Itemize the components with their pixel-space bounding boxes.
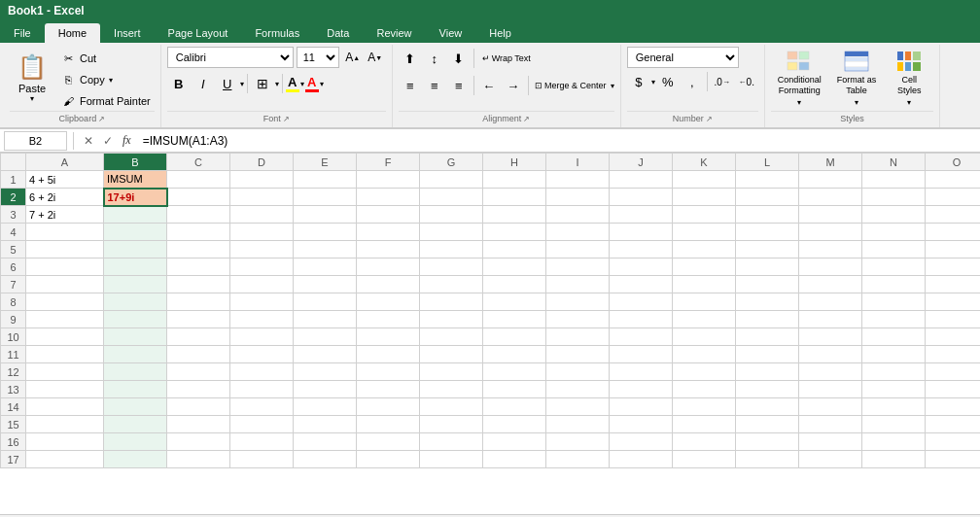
tab-home[interactable]: Home (45, 23, 100, 43)
cell-J13[interactable] (610, 381, 673, 398)
cell-A4[interactable] (26, 224, 104, 241)
cell-D14[interactable] (230, 398, 294, 416)
cell-A8[interactable] (26, 293, 104, 311)
cell-C13[interactable] (167, 381, 230, 398)
cell-E3[interactable] (294, 206, 357, 224)
cell-K10[interactable] (673, 328, 736, 346)
increase-decimal-button[interactable]: .0→ (711, 70, 734, 93)
borders-dropdown[interactable]: ▾ (275, 80, 279, 88)
cell-N1[interactable] (862, 171, 926, 189)
cell-L1[interactable] (736, 171, 799, 189)
row-header-4[interactable]: 4 (1, 224, 26, 241)
row-header-8[interactable]: 8 (1, 293, 26, 311)
cell-F15[interactable] (357, 416, 420, 433)
merge-center-button[interactable]: ⊡ Merge & Center (532, 74, 610, 97)
cell-H1[interactable] (483, 171, 546, 189)
underline-dropdown[interactable]: ▾ (240, 80, 244, 88)
row-header-10[interactable]: 10 (1, 328, 26, 346)
cell-E1[interactable] (294, 171, 357, 189)
cell-L3[interactable] (736, 206, 799, 224)
cell-G5[interactable] (420, 241, 483, 258)
cell-E13[interactable] (294, 381, 357, 398)
fill-dropdown[interactable]: ▾ (300, 80, 304, 88)
cancel-formula-button[interactable]: ✕ (80, 132, 97, 150)
format-as-table-button[interactable]: Format asTable ▾ (830, 47, 884, 110)
cell-J16[interactable] (610, 433, 673, 451)
cell-D6[interactable] (230, 258, 294, 276)
formula-input[interactable] (139, 131, 976, 151)
cell-B15[interactable] (104, 416, 167, 433)
row-header-7[interactable]: 7 (1, 276, 26, 293)
cell-E4[interactable] (294, 224, 357, 241)
cell-I1[interactable] (546, 171, 610, 189)
cell-E7[interactable] (294, 276, 357, 293)
cell-C7[interactable] (167, 276, 230, 293)
tab-help[interactable]: Help (475, 23, 525, 43)
cell-G15[interactable] (420, 416, 483, 433)
cell-J7[interactable] (610, 276, 673, 293)
cell-M16[interactable] (799, 433, 862, 451)
cell-H14[interactable] (483, 398, 546, 416)
cell-N15[interactable] (862, 416, 926, 433)
tab-formulas[interactable]: Formulas (241, 23, 313, 43)
cell-I8[interactable] (546, 293, 610, 311)
cell-H6[interactable] (483, 258, 546, 276)
fill-color-button[interactable]: A (286, 75, 299, 92)
cell-F8[interactable] (357, 293, 420, 311)
row-header-12[interactable]: 12 (1, 363, 26, 381)
cell-N11[interactable] (862, 346, 926, 363)
cell-M9[interactable] (799, 311, 862, 328)
row-header-15[interactable]: 15 (1, 416, 26, 433)
cell-O12[interactable] (926, 363, 981, 381)
row-header-1[interactable]: 1 (1, 171, 26, 189)
clipboard-expand-icon[interactable]: ↗ (98, 115, 105, 123)
cell-J10[interactable] (610, 328, 673, 346)
cell-C3[interactable] (167, 206, 230, 224)
cell-I15[interactable] (546, 416, 610, 433)
cell-L16[interactable] (736, 433, 799, 451)
cell-E17[interactable] (294, 451, 357, 468)
cell-B7[interactable] (104, 276, 167, 293)
cell-I13[interactable] (546, 381, 610, 398)
decrease-indent-button[interactable]: ← (477, 74, 501, 97)
font-name-select[interactable]: Calibri (167, 47, 294, 68)
cell-I17[interactable] (546, 451, 610, 468)
tab-page-layout[interactable]: Page Layout (155, 23, 242, 43)
align-middle-button[interactable]: ↕ (423, 47, 446, 70)
cell-C16[interactable] (167, 433, 230, 451)
cell-J5[interactable] (610, 241, 673, 258)
cell-F7[interactable] (357, 276, 420, 293)
bold-button[interactable]: B (167, 72, 191, 95)
cell-K5[interactable] (673, 241, 736, 258)
cell-M7[interactable] (799, 276, 862, 293)
cell-D16[interactable] (230, 433, 294, 451)
cell-G4[interactable] (420, 224, 483, 241)
cell-F14[interactable] (357, 398, 420, 416)
cell-M8[interactable] (799, 293, 862, 311)
row-header-14[interactable]: 14 (1, 398, 26, 416)
font-color-dropdown[interactable]: ▾ (320, 80, 324, 88)
cell-D9[interactable] (230, 311, 294, 328)
cell-L13[interactable] (736, 381, 799, 398)
cell-H16[interactable] (483, 433, 546, 451)
cond-format-dropdown[interactable]: ▾ (797, 98, 801, 107)
cell-O3[interactable] (926, 206, 981, 224)
cell-N7[interactable] (862, 276, 926, 293)
cell-G6[interactable] (420, 258, 483, 276)
cell-E16[interactable] (294, 433, 357, 451)
cell-D12[interactable] (230, 363, 294, 381)
cell-L10[interactable] (736, 328, 799, 346)
cell-M12[interactable] (799, 363, 862, 381)
cell-F17[interactable] (357, 451, 420, 468)
cell-H10[interactable] (483, 328, 546, 346)
cell-A10[interactable] (26, 328, 104, 346)
cell-J9[interactable] (610, 311, 673, 328)
cell-J17[interactable] (610, 451, 673, 468)
cell-C5[interactable] (167, 241, 230, 258)
cell-J2[interactable] (610, 189, 673, 206)
cell-A5[interactable] (26, 241, 104, 258)
cell-B5[interactable] (104, 241, 167, 258)
cell-G13[interactable] (420, 381, 483, 398)
cell-N2[interactable] (862, 189, 926, 206)
cell-O10[interactable] (926, 328, 981, 346)
